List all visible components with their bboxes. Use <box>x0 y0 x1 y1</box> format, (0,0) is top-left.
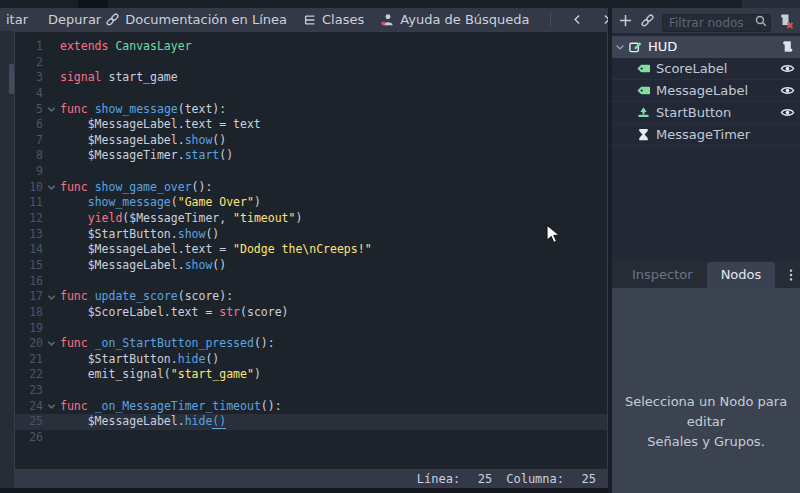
code-line-7[interactable]: 7 $MessageLabel.show() <box>15 133 607 149</box>
code-line-1[interactable]: 1extends CanvasLayer <box>15 39 607 55</box>
code-text: signal start_game <box>60 70 607 86</box>
code-line-11[interactable]: 11 show_message("Game Over") <box>15 195 607 211</box>
code-line-22[interactable]: 22 emit_signal("start_game") <box>15 367 607 383</box>
fold-arrow-icon[interactable] <box>43 338 60 349</box>
code-text: func _on_MessageTimer_timeout(): <box>60 399 607 415</box>
line-number: 10 <box>15 180 43 196</box>
tree-node-messagetimer[interactable]: MessageTimer <box>612 124 800 146</box>
code-line-4[interactable]: 4 <box>15 86 607 102</box>
line-number: 25 <box>460 472 492 486</box>
tree-node-messagelabel[interactable]: MessageLabel <box>612 80 800 102</box>
line-number: 19 <box>15 321 43 337</box>
tab-inspector[interactable]: Inspector <box>618 262 707 288</box>
search-help-icon <box>380 12 395 27</box>
link-icon <box>105 12 120 27</box>
code-text: $ScoreLabel.text = str(score) <box>60 305 607 321</box>
add-node-button[interactable] <box>618 13 633 28</box>
detach-script-button[interactable] <box>778 13 794 29</box>
line-number: 26 <box>15 430 43 446</box>
editor-status-bar: Línea: 25 Columna: 25 <box>14 470 608 488</box>
visibility-eye-icon[interactable] <box>780 61 795 76</box>
code-line-8[interactable]: 8 $MessageTimer.start() <box>15 148 607 164</box>
tab-options-button[interactable] <box>784 268 798 282</box>
script-icon[interactable] <box>780 39 795 54</box>
line-number: 23 <box>15 383 43 399</box>
history-back-button[interactable] <box>571 13 584 26</box>
visibility-eye-icon[interactable] <box>780 83 795 98</box>
fold-arrow-icon[interactable] <box>43 182 60 193</box>
line-number: 2 <box>15 55 43 71</box>
visibility-eye-icon[interactable] <box>780 105 795 120</box>
dots-vertical-icon <box>784 268 798 282</box>
label-icon <box>636 61 651 76</box>
online-docs-link[interactable]: Documentación en Línea <box>105 12 287 27</box>
button-icon <box>636 105 651 120</box>
code-text: emit_signal("start_game") <box>60 367 607 383</box>
code-line-12[interactable]: 12 yield($MessageTimer, "timeout") <box>15 211 607 227</box>
line-number: 13 <box>15 227 43 243</box>
menu-edit-partial[interactable]: itar <box>2 12 32 27</box>
line-number: 14 <box>15 242 43 258</box>
fold-arrow-icon[interactable] <box>43 401 60 412</box>
node-name: ScoreLabel <box>656 61 780 76</box>
code-line-9[interactable]: 9 <box>15 164 607 180</box>
code-line-25[interactable]: 25 $MessageLabel.hide() <box>15 414 607 430</box>
code-line-16[interactable]: 16 <box>15 274 607 290</box>
line-number: 17 <box>15 289 43 305</box>
script-editor[interactable]: 1extends CanvasLayer23signal start_game4… <box>14 31 608 470</box>
code-line-3[interactable]: 3signal start_game <box>15 70 607 86</box>
code-line-10[interactable]: 10func show_game_over(): <box>15 180 607 196</box>
fold-arrow-icon[interactable] <box>43 292 60 303</box>
tab-nodes[interactable]: Nodos <box>707 262 776 288</box>
code-line-17[interactable]: 17func update_score(score): <box>15 289 607 305</box>
code-text: $MessageLabel.text = text <box>60 117 607 133</box>
code-line-5[interactable]: 5func show_message(text): <box>15 102 607 118</box>
scene-tree: HUDScoreLabelMessageLabelStartButtonMess… <box>612 33 800 261</box>
line-number: 9 <box>15 164 43 180</box>
plus-icon <box>618 13 633 28</box>
code-line-24[interactable]: 24func _on_MessageTimer_timeout(): <box>15 399 607 415</box>
dock-tab-bar: Inspector Nodos <box>612 261 800 288</box>
top-strip <box>0 0 608 8</box>
code-line-6[interactable]: 6 $MessageLabel.text = text <box>15 117 607 133</box>
instance-scene-button[interactable] <box>640 13 655 28</box>
column-number: 25 <box>564 472 596 486</box>
code-text: $StartButton.hide() <box>60 352 607 368</box>
search-help-link[interactable]: Ayuda de Búsqueda <box>380 12 529 27</box>
line-number: 15 <box>15 258 43 274</box>
code-text: $MessageTimer.start() <box>60 148 607 164</box>
code-text: func show_game_over(): <box>60 180 607 196</box>
menu-debug[interactable]: Depurar <box>44 12 105 27</box>
search-icon <box>754 14 768 28</box>
tree-node-scorelabel[interactable]: ScoreLabel <box>612 58 800 80</box>
code-line-2[interactable]: 2 <box>15 55 607 71</box>
fold-arrow-icon[interactable] <box>43 104 60 115</box>
code-line-15[interactable]: 15 $MessageLabel.show() <box>15 258 607 274</box>
code-line-19[interactable]: 19 <box>15 321 607 337</box>
line-number: 6 <box>15 117 43 133</box>
bottom-panel-edge <box>0 488 608 493</box>
code-lines: 1extends CanvasLayer23signal start_game4… <box>15 32 607 446</box>
scene-dock-toolbar <box>612 8 800 33</box>
code-line-18[interactable]: 18 $ScoreLabel.text = str(score) <box>15 305 607 321</box>
code-line-13[interactable]: 13 $StartButton.show() <box>15 227 607 243</box>
code-text: $MessageLabel.show() <box>60 258 607 274</box>
code-line-23[interactable]: 23 <box>15 383 607 399</box>
code-text: $MessageLabel.show() <box>60 133 607 149</box>
code-text: $StartButton.show() <box>60 227 607 243</box>
menu-separator <box>550 12 551 27</box>
code-line-14[interactable]: 14 $MessageLabel.text = "Dodge the\nCree… <box>15 242 607 258</box>
code-line-26[interactable]: 26 <box>15 430 607 446</box>
code-line-21[interactable]: 21 $StartButton.hide() <box>15 352 607 368</box>
expand-chevron-icon[interactable] <box>612 41 628 53</box>
classes-link[interactable]: Clases <box>303 12 364 27</box>
godot-editor-window: itar Depurar Documentación en Línea Clas… <box>0 0 800 493</box>
code-line-20[interactable]: 20func _on_StartButton_pressed(): <box>15 336 607 352</box>
node-name: StartButton <box>656 105 780 120</box>
hidden-tab-edge <box>78 0 108 8</box>
tree-node-hud[interactable]: HUD <box>612 36 800 58</box>
line-number: 16 <box>15 274 43 290</box>
code-text: show_message("Game Over") <box>60 195 607 211</box>
line-number: 24 <box>15 399 43 415</box>
tree-node-startbutton[interactable]: StartButton <box>612 102 800 124</box>
